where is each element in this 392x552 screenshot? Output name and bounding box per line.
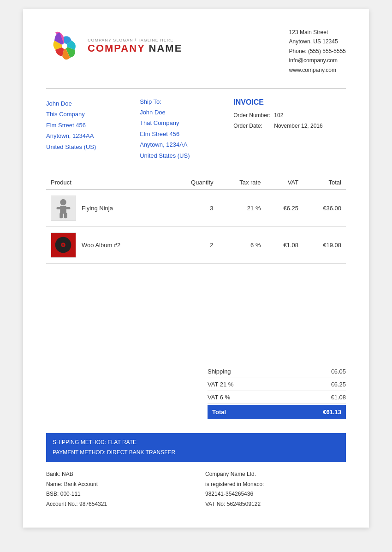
shipping-row: Shipping €6.05: [208, 365, 346, 378]
bill-from: John Doe This Company Elm Street 456 Any…: [46, 98, 140, 161]
bill-from-city: Anytown, 1234AA: [46, 131, 140, 141]
bsb-label: BSB:: [46, 491, 59, 497]
vat6-row: VAT 6 % €1.08: [208, 391, 346, 404]
total-2: €19.08: [303, 226, 346, 263]
payment-method-label: PAYMENT METHOD:: [53, 449, 106, 456]
header-divider: [46, 89, 346, 89]
vat6-label: VAT 6 %: [208, 394, 230, 401]
ship-to-city: Anytown, 1234AA: [140, 139, 233, 150]
company-name-plain: NAME: [145, 42, 182, 54]
shipping-label: Shipping: [208, 368, 231, 375]
bank-name-value: Bank Account: [64, 481, 98, 487]
bill-from-company: This Company: [46, 109, 140, 119]
total-final-row: Total €61.13: [208, 405, 346, 419]
svg-rect-7: [64, 213, 67, 219]
ninja-image: [51, 196, 76, 221]
col-total: Total: [303, 175, 346, 190]
bank-section: Bank: NAB Name: Bank Account BSB: 000-11…: [46, 469, 346, 509]
invoice-title: INVOICE: [233, 98, 346, 107]
col-vat: VAT: [265, 175, 303, 190]
invoice-info: INVOICE Order Number: Order Date: 102 No…: [233, 98, 346, 161]
tax-rate-2: 6 %: [218, 226, 266, 263]
product-table: Product Quantity Tax rate VAT Total Flyi…: [46, 175, 346, 264]
registered-label: is registered in Monaco:: [205, 480, 346, 490]
total-final-label: Total: [212, 409, 226, 415]
bill-from-country: United States (US): [46, 142, 140, 152]
vat-number: 56248509122: [227, 501, 261, 507]
ship-to-label: Ship To:: [140, 98, 233, 105]
shipping-method-value: FLAT RATE: [107, 439, 137, 445]
company-name: COMPANY NAME: [88, 42, 182, 54]
header: COMPANY SLOGAN / TAGLINE HERE COMPANY NA…: [46, 28, 346, 75]
svg-point-2: [60, 199, 66, 205]
quantity-1: 3: [169, 190, 218, 226]
col-tax-rate: Tax rate: [218, 175, 266, 190]
order-date-value: November 12, 2016: [274, 121, 322, 131]
bank-name-label: Name:: [46, 481, 62, 487]
table-row: Flying Ninja321 %€6.25€36.00: [46, 190, 346, 226]
invoice-page: COMPANY SLOGAN / TAGLINE HERE COMPANY NA…: [23, 9, 369, 528]
bsb-line: BSB: 000-111: [46, 489, 187, 499]
vat-number-line: VAT No: 56248509122: [205, 499, 346, 510]
total-final-value: €61.13: [323, 409, 341, 415]
order-number-values: 102 November 12, 2016: [274, 110, 322, 131]
logo-area: COMPANY SLOGAN / TAGLINE HERE COMPANY NA…: [46, 28, 182, 65]
vat-1: €6.25: [265, 190, 303, 226]
shipping-method-line: SHIPPING METHOD: FLAT RATE: [53, 438, 339, 448]
bill-from-name: John Doe: [46, 98, 140, 109]
header-address: 123 Main Street Anytown, US 12345 Phone:…: [289, 28, 346, 75]
svg-point-11: [62, 244, 64, 246]
vat21-row: VAT 21 % €6.25: [208, 378, 346, 391]
totals-section: Shipping €6.05 VAT 21 % €6.25 VAT 6 % €1…: [46, 365, 346, 419]
address-line5: www.company.com: [289, 65, 346, 75]
order-number-value: 102: [274, 110, 322, 121]
svg-rect-4: [57, 207, 61, 209]
address-line1: 123 Main Street: [289, 28, 346, 37]
payment-method-line: PAYMENT METHOD: DIRECT BANK TRANSFER: [53, 448, 339, 458]
company-name-colored: COMPANY: [88, 42, 145, 54]
vat21-value: €6.25: [331, 381, 346, 388]
table-row: Woo Album #226 %€1.08€19.08: [46, 226, 346, 263]
account-value: 987654321: [79, 501, 107, 507]
ship-to-company: That Company: [140, 118, 233, 128]
ship-to-street: Elm Street 456: [140, 129, 233, 139]
company-text-block: COMPANY SLOGAN / TAGLINE HERE COMPANY NA…: [88, 38, 182, 54]
product-cell-1: Flying Ninja: [46, 190, 169, 226]
spacer: [46, 273, 346, 356]
svg-rect-6: [59, 213, 63, 219]
shipping-value: €6.05: [331, 368, 346, 375]
product-name-2: Woo Album #2: [82, 242, 120, 249]
total-1: €36.00: [303, 190, 346, 226]
account-label: Account No.:: [46, 501, 78, 507]
vat-label: VAT No:: [205, 501, 225, 507]
bank-label: Bank:: [46, 471, 60, 477]
svg-rect-5: [66, 207, 71, 209]
shipping-method-label: SHIPPING METHOD:: [53, 439, 106, 445]
company-slogan: COMPANY SLOGAN / TAGLINE HERE: [88, 38, 182, 42]
address-line2: Anytown, US 12345: [289, 37, 346, 46]
payment-method-value: DIRECT BANK TRANSFER: [107, 449, 175, 456]
tax-rate-1: 21 %: [218, 190, 266, 226]
order-number-label: Order Number:: [233, 110, 270, 121]
registration-number: 982141-354265436: [205, 489, 346, 499]
bank-left: Bank: NAB Name: Bank Account BSB: 000-11…: [46, 469, 187, 509]
footer-bar: SHIPPING METHOD: FLAT RATE PAYMENT METHO…: [46, 433, 346, 462]
product-cell-2: Woo Album #2: [46, 226, 169, 263]
ship-to-name: John Doe: [140, 107, 233, 118]
company-registered-name: Company Name Ltd.: [205, 469, 346, 480]
bill-from-street: Elm Street 456: [46, 120, 140, 131]
svg-point-0: [62, 43, 67, 49]
col-product: Product: [46, 175, 169, 190]
bank-name-line: Bank: NAB: [46, 469, 187, 480]
company-logo: [46, 28, 83, 65]
vat21-label: VAT 21 %: [208, 381, 233, 388]
svg-rect-3: [60, 206, 66, 214]
address-line4: info@company.com: [289, 56, 346, 65]
bsb-value: 000-111: [60, 491, 81, 497]
billing-section: John Doe This Company Elm Street 456 Any…: [46, 98, 346, 161]
bank-value: NAB: [62, 471, 73, 477]
totals-table: Shipping €6.05 VAT 21 % €6.25 VAT 6 % €1…: [208, 365, 346, 419]
quantity-2: 2: [169, 226, 218, 263]
col-quantity: Quantity: [169, 175, 218, 190]
bank-right: Company Name Ltd. is registered in Monac…: [205, 469, 346, 509]
